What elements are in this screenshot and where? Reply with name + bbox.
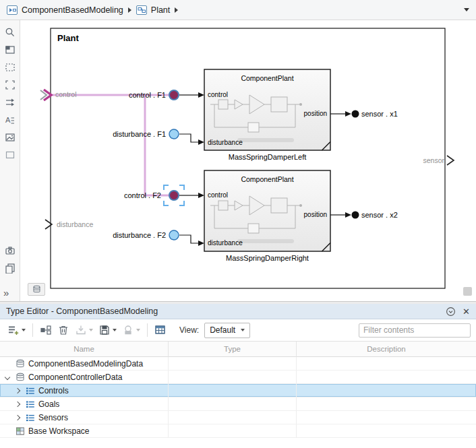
sensor-output-port-chevron-icon[interactable]	[447, 156, 454, 165]
palette-expand-button[interactable]: »	[3, 287, 9, 298]
expand-chevron-icon[interactable]	[5, 374, 10, 379]
type-editor-panel: Type Editor - ComponentBasedModeling ✕	[0, 301, 476, 448]
block-inner-title: ComponentPlant	[241, 74, 293, 82]
sensor-x1-bus-port[interactable]	[352, 110, 359, 118]
block-port-label-control: control	[208, 191, 228, 199]
delete-button[interactable]	[55, 322, 71, 338]
breadcrumb-dropdown-icon[interactable]	[464, 8, 469, 11]
copy-view-button[interactable]	[1, 260, 19, 276]
data-browser-button[interactable]	[28, 283, 45, 296]
import-icon	[75, 324, 87, 336]
table-row[interactable]: Goals	[0, 397, 476, 411]
table-row[interactable]: ComponentControllerData	[0, 371, 476, 384]
block-port-label-position: position	[304, 211, 327, 218]
dropdown-caret-icon[interactable]	[113, 329, 117, 331]
bus-port-label: sensor . x2	[361, 211, 398, 219]
left-palette: A	[0, 20, 20, 301]
diagram-canvas[interactable]: Plant control disturbance sensor Compone…	[20, 20, 476, 301]
row-name-label: ComponentBasedModelingData	[28, 359, 143, 369]
row-name-label: Goals	[38, 399, 59, 409]
control-f1-bus-port[interactable]	[169, 90, 179, 100]
expand-chevron-icon[interactable]	[15, 387, 20, 393]
image-button[interactable]	[1, 129, 19, 146]
control-port-label: control	[55, 90, 77, 98]
annotation-button[interactable]: A	[1, 112, 19, 128]
expand-chevron-icon[interactable]	[15, 401, 20, 406]
table-row[interactable]: Sensors	[0, 411, 476, 424]
breadcrumb-label: Plant	[151, 5, 171, 15]
save-button[interactable]	[96, 322, 119, 338]
type-table: Name Type Description ComponentBasedMode…	[0, 342, 476, 438]
bus-type-icon	[26, 386, 35, 395]
column-header-description: Description	[297, 342, 476, 357]
row-type-cell	[169, 371, 297, 383]
disturbance-f1-bus-port[interactable]	[169, 129, 179, 139]
breadcrumb: ComponentBasedModeling Plant	[0, 0, 476, 20]
apply-changes-icon	[122, 324, 134, 336]
expand-chevron-icon[interactable]	[15, 414, 20, 420]
row-name-label: Base Workspace	[28, 426, 90, 436]
row-type-cell	[169, 397, 297, 410]
import-button[interactable]	[73, 322, 95, 338]
base-workspace-icon	[16, 426, 25, 436]
data-dictionary-icon	[16, 373, 25, 382]
filter-contents-input[interactable]	[359, 323, 471, 338]
selection-frame-button[interactable]	[1, 77, 19, 93]
dropdown-caret-icon[interactable]	[136, 329, 140, 331]
signal-routing-button[interactable]	[1, 94, 19, 110]
annotation-icon: A	[5, 115, 16, 125]
dropdown-caret-icon[interactable]	[22, 329, 26, 331]
row-type-cell	[169, 424, 297, 437]
hierarchy-button[interactable]	[38, 322, 54, 338]
disturbance-f2-bus-port[interactable]	[169, 230, 179, 240]
view-dropdown[interactable]: Default	[204, 323, 250, 338]
collapse-panel-icon[interactable]	[446, 307, 456, 317]
type-editor-title: Type Editor - ComponentBasedModeling	[6, 307, 158, 316]
row-description-cell	[297, 371, 476, 383]
area-button[interactable]	[1, 147, 19, 163]
save-icon	[98, 324, 111, 336]
row-name-label: Controls	[38, 386, 69, 395]
viewport-icon	[5, 44, 16, 55]
comment-box-button[interactable]	[1, 59, 19, 75]
view-label: View:	[179, 325, 199, 335]
control-f2-bus-port[interactable]	[169, 191, 179, 200]
row-description-cell	[297, 411, 476, 424]
type-editor-titlebar: Type Editor - ComponentBasedModeling ✕	[0, 304, 476, 319]
block-massspringdamperright[interactable]: ComponentPlant control disturbance posit…	[204, 170, 330, 251]
plant-diagram: Plant control disturbance sensor Compone…	[20, 20, 476, 301]
column-header-name: Name	[0, 342, 169, 357]
zoom-button[interactable]	[1, 24, 19, 40]
breadcrumb-item-model[interactable]: ComponentBasedModeling	[7, 5, 123, 15]
block-massspringdamperleft[interactable]: ComponentPlant control disturbance posit…	[204, 69, 330, 150]
simulink-window: ComponentBasedModeling Plant	[0, 0, 476, 448]
add-type-button[interactable]	[5, 322, 28, 338]
signal-routing-icon	[5, 97, 16, 108]
new-table-button[interactable]	[152, 322, 169, 338]
subsystem-icon	[136, 5, 147, 15]
breadcrumb-label: ComponentBasedModeling	[22, 5, 123, 15]
scrollbar-corner	[463, 287, 472, 296]
camera-button[interactable]	[1, 243, 19, 259]
table-row[interactable]: Base Workspace	[0, 424, 476, 438]
block-port-label-disturbance: disturbance	[208, 139, 243, 146]
area-icon	[5, 150, 16, 160]
table-row-selected[interactable]: Controls	[0, 384, 476, 397]
close-panel-icon[interactable]: ✕	[463, 307, 470, 316]
column-header-type: Type	[169, 342, 297, 357]
apply-changes-button[interactable]	[120, 322, 142, 338]
breadcrumb-item-plant[interactable]: Plant	[136, 5, 171, 15]
trash-icon	[57, 324, 69, 336]
table-header-row: Name Type Description	[0, 342, 476, 357]
sensor-x2-bus-port[interactable]	[352, 212, 359, 219]
chevron-down-icon	[241, 329, 245, 331]
block-port-label-disturbance: disturbance	[208, 239, 243, 247]
model-icon	[7, 5, 18, 15]
viewport-button[interactable]	[1, 42, 19, 58]
bus-port-label: disturbance . F2	[113, 231, 166, 239]
plant-title: Plant	[57, 33, 79, 43]
image-icon	[5, 132, 16, 143]
dropdown-caret-icon[interactable]	[89, 329, 93, 331]
table-row[interactable]: ComponentBasedModelingData	[0, 357, 476, 371]
toolbar-separator	[32, 323, 33, 337]
